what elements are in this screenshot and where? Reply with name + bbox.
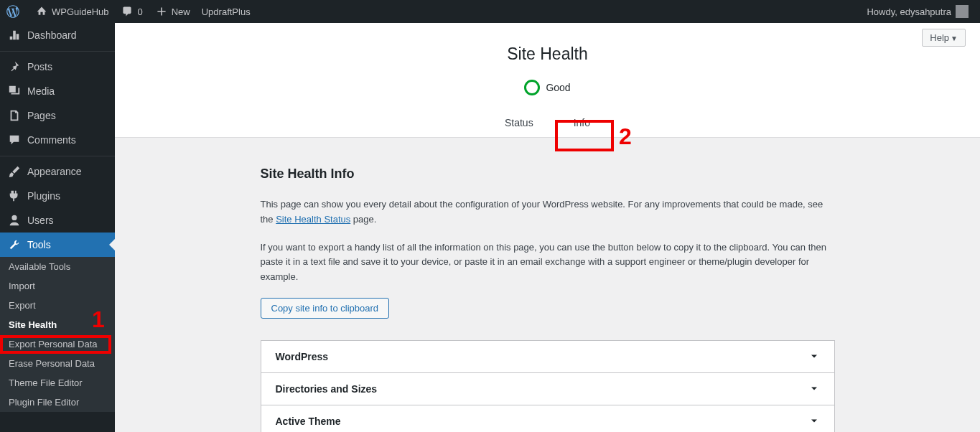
account-link[interactable]: Howdy, edysahputra xyxy=(861,0,974,23)
updraftplus-link[interactable]: UpdraftPlus xyxy=(196,0,256,23)
sub-item-available-tools[interactable]: Available Tools xyxy=(0,257,115,276)
media-icon xyxy=(7,84,22,98)
accordion-title: WordPress xyxy=(276,351,329,362)
sidebar-item-dashboard[interactable]: Dashboard xyxy=(0,23,115,47)
sidebar-item-label: Appearance xyxy=(27,166,82,177)
sidebar-item-label: Users xyxy=(27,215,54,226)
info-heading: Site Health Info xyxy=(261,166,835,182)
updraft-label: UpdraftPlus xyxy=(202,6,251,17)
page-title: Site Health xyxy=(115,44,980,64)
chevron-down-icon xyxy=(808,415,820,427)
sidebar-item-label: Dashboard xyxy=(27,29,77,41)
accordion-item-wordpress: WordPress xyxy=(261,341,834,373)
new-label: New xyxy=(172,6,190,17)
comments-link[interactable]: 0 xyxy=(114,0,148,23)
site-name-text: WPGuideHub xyxy=(52,6,108,17)
howdy-text: Howdy, edysahputra xyxy=(867,6,951,17)
accordion-item-active-theme: Active Theme xyxy=(261,405,834,432)
chevron-down-icon xyxy=(808,383,820,395)
sub-item-plugin-editor[interactable]: Plugin File Editor xyxy=(0,393,115,412)
sidebar-item-label: Plugins xyxy=(27,190,60,202)
annotation-number-1: 1 xyxy=(92,306,105,333)
user-icon xyxy=(7,213,22,227)
accordion-title: Directories and Sizes xyxy=(276,383,378,395)
comment-icon xyxy=(7,133,22,147)
site-health-status-link[interactable]: Site Health Status xyxy=(276,214,350,225)
site-health-header: Site Health Good Status Info xyxy=(115,23,980,138)
comment-icon xyxy=(120,4,134,19)
tools-submenu: Available Tools Import Export Site Healt… xyxy=(0,257,115,412)
sidebar-item-label: Posts xyxy=(27,61,52,72)
status-ring-icon xyxy=(524,80,540,95)
accordion-header-active-theme[interactable]: Active Theme xyxy=(261,405,834,432)
sidebar-item-comments[interactable]: Comments xyxy=(0,128,115,152)
sub-item-erase-personal[interactable]: Erase Personal Data xyxy=(0,354,115,373)
health-status: Good xyxy=(115,80,980,95)
accordion-header-wordpress[interactable]: WordPress xyxy=(261,341,834,372)
site-name-link[interactable]: WPGuideHub xyxy=(29,0,114,23)
sidebar-item-users[interactable]: Users xyxy=(0,208,115,233)
sub-item-export-personal[interactable]: Export Personal Data xyxy=(0,334,115,354)
sidebar-item-posts[interactable]: Posts xyxy=(0,55,115,79)
sidebar-item-label: Tools xyxy=(27,239,51,250)
sidebar-item-appearance[interactable]: Appearance xyxy=(0,159,115,184)
page-icon xyxy=(7,108,22,123)
comments-count: 0 xyxy=(137,6,142,17)
sidebar-item-plugins[interactable]: Plugins xyxy=(0,184,115,208)
sub-item-theme-editor[interactable]: Theme File Editor xyxy=(0,373,115,393)
plugin-icon xyxy=(7,189,22,203)
tab-status[interactable]: Status xyxy=(485,108,554,137)
accordion-header-directories[interactable]: Directories and Sizes xyxy=(261,373,834,405)
accordion-title: Active Theme xyxy=(276,415,341,427)
main-content: Help▼ Site Health Good Status Info Site … xyxy=(115,23,980,432)
caret-down-icon: ▼ xyxy=(951,34,958,42)
status-text: Good xyxy=(546,82,570,93)
wrench-icon xyxy=(7,238,22,252)
site-health-body: Site Health Info This page can show you … xyxy=(261,138,835,432)
admin-sidebar: Dashboard Posts Media Pages Comments App… xyxy=(0,23,115,432)
chevron-down-icon xyxy=(808,351,820,362)
sidebar-item-label: Media xyxy=(27,85,55,97)
sidebar-item-media[interactable]: Media xyxy=(0,79,115,103)
info-accordion: WordPress Directories and Sizes Active T… xyxy=(261,340,835,432)
annotation-number-2: 2 xyxy=(619,123,632,150)
sidebar-item-tools[interactable]: Tools xyxy=(0,233,115,257)
dashboard-icon xyxy=(7,28,22,42)
help-button[interactable]: Help▼ xyxy=(922,29,966,47)
help-label: Help xyxy=(930,32,949,43)
avatar xyxy=(956,5,969,18)
pin-icon xyxy=(7,60,22,74)
info-paragraph-1: This page can show you every detail abou… xyxy=(261,197,835,227)
accordion-item-directories: Directories and Sizes xyxy=(261,373,834,405)
sub-item-import[interactable]: Import xyxy=(0,276,115,296)
tab-info[interactable]: Info xyxy=(554,108,610,137)
info-paragraph-2: If you want to export a handy list of al… xyxy=(261,240,835,285)
home-icon xyxy=(34,4,49,19)
wp-logo[interactable] xyxy=(0,0,29,23)
health-tabs: Status Info xyxy=(115,108,980,137)
brush-icon xyxy=(7,164,22,179)
sidebar-item-label: Comments xyxy=(27,134,76,146)
copy-site-info-button[interactable]: Copy site info to clipboard xyxy=(261,298,390,319)
plus-icon xyxy=(154,4,169,19)
new-content-link[interactable]: New xyxy=(149,0,196,23)
admin-toolbar: WPGuideHub 0 New UpdraftPlus Howdy, edys… xyxy=(0,0,980,23)
sidebar-item-label: Pages xyxy=(27,110,56,121)
wordpress-icon xyxy=(6,4,20,19)
sidebar-item-pages[interactable]: Pages xyxy=(0,103,115,128)
